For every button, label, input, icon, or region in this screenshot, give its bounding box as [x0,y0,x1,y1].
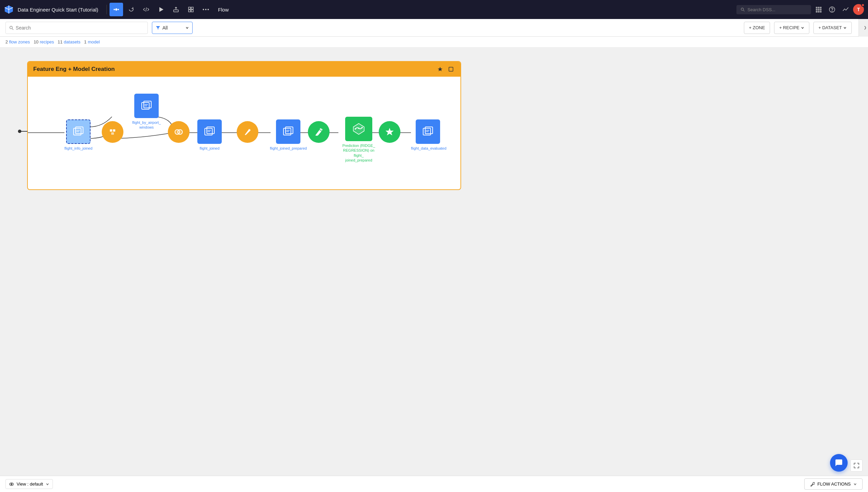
svg-rect-5 [189,7,191,9]
svg-rect-27 [449,67,453,71]
node-flight-by-airport-windows[interactable]: flight_by_airport_windows [132,94,161,130]
svg-point-9 [203,9,204,10]
entry-line [18,131,27,132]
flow-mode-button[interactable] [110,3,123,16]
analytics-icon[interactable] [840,3,852,16]
chevron-down-icon [185,26,189,30]
node-recipe-join[interactable] [168,121,190,143]
svg-rect-18 [818,9,820,11]
flow-actions-caret-icon [853,482,857,486]
recipe-split-circle [102,121,123,143]
svg-rect-8 [191,10,193,12]
svg-line-26 [12,29,13,30]
node-flight-data-evaluated[interactable]: flight_data_evaluated [411,119,445,151]
user-avatar[interactable]: T [853,4,864,15]
filter-dropdown[interactable]: All [152,22,193,34]
eye-icon [9,482,14,487]
deploy-button[interactable] [169,3,183,16]
node-label-prepared: flight_joined_prepared [270,146,307,151]
recipe-caret-icon [801,26,804,30]
recipes-count: 10 [34,39,38,44]
svg-rect-20 [816,11,817,13]
code-button[interactable] [139,3,153,16]
svg-marker-3 [159,7,163,12]
view-label: View : default [17,481,43,487]
project-title: Data Engineer Quick Start (Tutorial) [18,7,98,13]
node-flight-info-joined[interactable]: flight_info_joined [64,119,93,151]
svg-point-53 [358,128,359,129]
more-button[interactable] [199,3,213,16]
add-zone-button[interactable]: + ZONE [744,22,770,34]
node-label-prediction: Prediction (RIDGE_REGRESSION) on flight_… [338,143,379,163]
flow-canvas[interactable]: Feature Eng + Model Creation [0,48,868,476]
node-flight-joined-prepared[interactable]: flight_joined_prepared [270,119,307,151]
top-navigation: Data Engineer Quick Start (Tutorial) [0,0,868,19]
node-flight-joined[interactable]: flight_joined [197,119,222,151]
flow-zones-link[interactable]: flow zones [9,39,30,44]
svg-line-13 [744,10,745,11]
filter-bar: All + ZONE + RECIPE + DATASET [0,19,868,37]
add-dataset-button[interactable]: + DATASET [813,22,852,34]
grid-icon[interactable] [812,3,825,16]
app-logo[interactable] [4,5,14,14]
node-prediction-model[interactable]: Prediction (RIDGE_REGRESSION) on flight_… [338,117,379,163]
add-recipe-button[interactable]: + RECIPE [774,22,809,34]
feature-eng-zone: Feature Eng + Model Creation [27,61,461,190]
svg-marker-55 [386,128,394,135]
zone-pin-button[interactable] [436,65,444,73]
datasets-count: 11 [58,39,62,44]
svg-rect-6 [191,7,193,9]
node-recipe-predict[interactable] [308,121,330,143]
expand-button[interactable] [850,459,863,472]
svg-point-52 [355,128,356,130]
flow-search-box[interactable] [5,22,148,34]
node-evaluate[interactable] [379,121,400,143]
recipe-predict-circle [308,121,330,143]
svg-rect-22 [820,11,822,13]
svg-rect-16 [820,7,822,8]
refresh-button[interactable] [124,3,138,16]
svg-point-10 [205,9,206,10]
svg-rect-21 [818,11,820,13]
notification-badge [861,3,865,7]
sidebar-toggle[interactable] [859,19,868,37]
zone-header: Feature Eng + Model Creation [28,62,460,77]
zone-maximize-button[interactable] [447,65,455,73]
svg-rect-39 [110,129,112,132]
svg-point-0 [114,9,115,10]
node-label-flight-info-joined: flight_info_joined [64,146,93,151]
recipes-link[interactable]: recipes [40,39,54,44]
svg-point-59 [11,484,12,485]
flow-search-input[interactable] [16,25,144,31]
svg-rect-4 [174,10,178,12]
zone-actions [436,65,455,73]
zone-body: flight_info_joined [28,77,460,185]
view-selector[interactable]: View : default [5,479,53,489]
svg-rect-14 [816,7,817,8]
svg-line-2 [146,7,146,12]
models-link[interactable]: model [88,39,100,44]
datasets-link[interactable]: datasets [64,39,80,44]
svg-rect-7 [189,10,191,12]
flow-actions-button[interactable]: FLOW ACTIONS [804,478,863,490]
node-recipe-prepare[interactable] [237,121,258,143]
help-icon[interactable] [826,3,838,16]
svg-rect-15 [818,7,820,8]
svg-point-1 [118,9,119,10]
dashboard-button[interactable] [184,3,198,16]
chat-button[interactable] [830,454,848,472]
nav-divider-1 [106,5,107,14]
node-label-flight-joined: flight_joined [200,146,220,151]
node-recipe-split[interactable] [102,121,123,143]
global-search-input[interactable] [748,7,807,12]
svg-rect-41 [111,132,114,135]
run-button[interactable] [154,3,168,16]
dataset-box-airport [134,94,159,118]
svg-point-48 [249,129,251,131]
view-caret-icon [46,482,49,486]
dataset-box-joined [197,119,222,144]
global-search[interactable] [736,5,811,14]
dataset-box-selected [66,119,91,144]
evaluate-circle [379,121,400,143]
models-count: 1 [84,39,86,44]
